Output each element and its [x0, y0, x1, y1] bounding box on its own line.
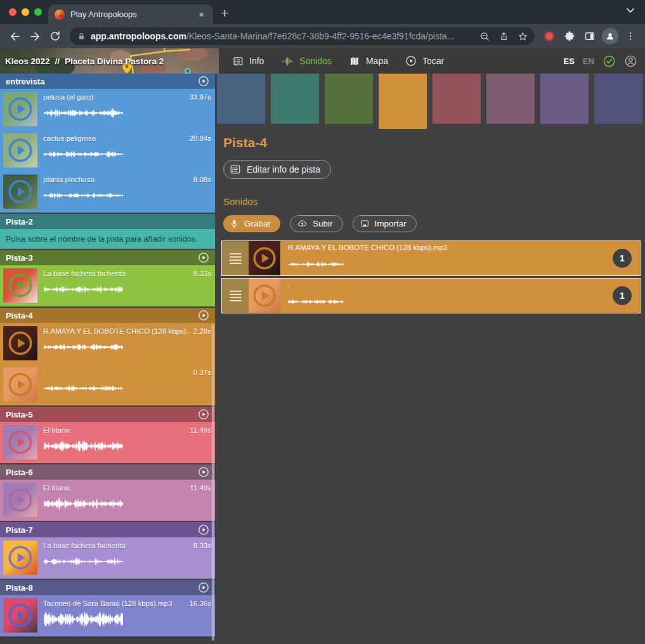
track-header[interactable]: Pista-2 — [0, 214, 215, 229]
sound-waveform[interactable] — [288, 295, 344, 308]
account-icon[interactable] — [624, 55, 637, 68]
track-swatch-7[interactable] — [540, 74, 589, 124]
new-tab-button[interactable]: + — [221, 6, 228, 21]
sound-waveform[interactable] — [44, 145, 123, 164]
import-button[interactable]: Importar — [353, 215, 417, 232]
track-name[interactable]: Pista-2 — [6, 217, 33, 227]
sound-waveform[interactable] — [44, 437, 123, 456]
browser-menu-icon[interactable] — [621, 27, 640, 46]
breadcrumb-place[interactable]: Placeta Divina Pastora 2 — [65, 56, 164, 66]
track-swatch-1[interactable] — [217, 74, 265, 124]
back-icon[interactable] — [5, 27, 24, 46]
sound-thumbnail[interactable] — [3, 598, 37, 633]
drag-handle-icon[interactable] — [222, 241, 249, 275]
track-play-icon[interactable] — [198, 466, 209, 478]
sound-waveform[interactable] — [288, 258, 344, 271]
lang-es-button[interactable]: ES — [564, 56, 575, 66]
sound-waveform[interactable] — [44, 186, 123, 205]
bookmark-star-icon[interactable] — [513, 27, 532, 46]
record-extension-icon[interactable] — [540, 27, 559, 46]
extensions-puzzle-icon[interactable] — [560, 27, 579, 46]
sound-waveform[interactable] — [44, 338, 123, 357]
track-swatch-4[interactable] — [379, 74, 427, 129]
nav-tocar[interactable]: Tocar — [405, 55, 444, 67]
sound-thumbnail[interactable] — [3, 425, 37, 459]
breadcrumb-project[interactable]: Kleos 2022 — [5, 56, 50, 66]
track-header[interactable]: entrevista — [0, 74, 215, 89]
url-bar[interactable]: app.antropoloops.com/Kleos-Santa-Marina/… — [70, 27, 535, 45]
tab-close-icon[interactable]: × — [196, 9, 207, 20]
nav-info[interactable]: Info — [233, 56, 264, 67]
track-play-icon[interactable] — [198, 310, 209, 321]
sound-thumbnail[interactable] — [3, 367, 37, 402]
track-play-icon[interactable] — [198, 582, 209, 593]
track-header[interactable]: Pista-3 — [0, 250, 215, 265]
sidebar-sound-row[interactable]: La base fachera facherita8.33s — [0, 265, 215, 306]
track-name[interactable]: Pista-3 — [6, 253, 33, 263]
profile-avatar[interactable] — [601, 27, 620, 46]
project-breadcrumb[interactable]: Kleos 2022 // Placeta Divina Pastora 2 — [0, 48, 219, 74]
sound-row[interactable]: R.AMAYA Y EL BOBOTE CHICO (128 kbps).mp3… — [221, 240, 641, 276]
sidebar-sound-row[interactable]: R.AMAYA Y EL BOBOTE CHICO (128 kbps)....… — [0, 323, 215, 364]
track-play-icon[interactable] — [198, 252, 209, 263]
sound-waveform[interactable] — [44, 280, 123, 299]
track-play-icon[interactable] — [198, 409, 209, 420]
tab-search-chevron-icon[interactable] — [626, 8, 635, 13]
sound-waveform[interactable] — [44, 610, 123, 629]
drag-handle-icon[interactable] — [222, 279, 249, 313]
side-panel-icon[interactable] — [580, 27, 599, 46]
track-header[interactable]: Pista-7 — [0, 522, 215, 537]
sidebar-sound-row[interactable]: El titanic11.49s — [0, 422, 215, 463]
sound-thumbnail[interactable] — [3, 326, 37, 360]
forward-icon[interactable] — [25, 27, 44, 46]
sound-thumbnail[interactable] — [3, 133, 37, 168]
sound-waveform[interactable] — [44, 552, 123, 571]
track-play-icon[interactable] — [198, 76, 209, 87]
close-window-button[interactable] — [9, 8, 16, 16]
sidebar-sound-row[interactable]: La base fachera facherita8.33s — [0, 537, 215, 579]
track-name[interactable]: Pista-4 — [6, 311, 33, 320]
track-header[interactable]: Pista-4 — [0, 308, 215, 323]
track-swatch-8[interactable] — [594, 74, 642, 124]
sidebar-sound-row[interactable]: planta pinchosa8.08s — [0, 171, 215, 213]
track-swatch-5[interactable] — [433, 74, 481, 124]
sidebar-sound-row[interactable]: Taconeo de Sara Baras (128 kbps).mp316.3… — [0, 595, 215, 636]
track-name[interactable]: Pista-8 — [6, 583, 33, 593]
track-play-icon[interactable] — [198, 524, 209, 536]
upload-button[interactable]: Subir — [290, 215, 343, 232]
track-swatch-2[interactable] — [271, 74, 319, 124]
sidebar-sound-row[interactable]: .0.37s — [0, 364, 215, 405]
sound-thumbnail[interactable] — [3, 268, 37, 303]
track-name[interactable]: Pista-7 — [6, 525, 33, 535]
track-header[interactable]: Pista-5 — [0, 407, 215, 422]
reload-icon[interactable] — [46, 27, 65, 46]
sound-thumbnail[interactable] — [3, 174, 37, 209]
sound-thumbnail[interactable] — [3, 541, 37, 575]
zoom-window-button[interactable] — [34, 8, 42, 16]
minimize-window-button[interactable] — [22, 8, 29, 16]
sound-row[interactable]: . 1 — [221, 278, 641, 313]
sound-thumbnail[interactable] — [249, 279, 280, 313]
browser-tab[interactable]: Play Antropoloops × — [48, 4, 213, 24]
sidebar-sound-row[interactable]: El titanic11.49s — [0, 480, 215, 521]
track-swatch-6[interactable] — [486, 74, 535, 124]
track-name[interactable]: Pista-5 — [6, 410, 33, 419]
macos-window-controls[interactable] — [9, 8, 42, 16]
track-header[interactable]: Pista-6 — [0, 464, 215, 480]
track-name[interactable]: entrevista — [6, 77, 44, 86]
sound-waveform[interactable] — [44, 494, 123, 513]
share-icon[interactable] — [494, 27, 513, 46]
nav-mapa[interactable]: Mapa — [349, 56, 388, 67]
sound-waveform[interactable] — [44, 379, 123, 398]
sidebar-sound-row[interactable]: pelusa (el gato)33.97s — [0, 89, 215, 130]
track-swatch-3[interactable] — [325, 74, 373, 124]
sound-thumbnail[interactable] — [3, 92, 37, 126]
zoom-out-icon[interactable] — [475, 27, 494, 46]
sound-thumbnail[interactable] — [3, 483, 37, 517]
sidebar-scrollbar[interactable] — [212, 324, 214, 641]
sound-waveform[interactable] — [44, 103, 123, 122]
nav-sonidos[interactable]: Sonidos — [281, 56, 332, 67]
sidebar-sound-row[interactable]: cactus peligroso20.84s — [0, 130, 215, 171]
sound-thumbnail[interactable] — [249, 241, 280, 275]
edit-track-info-button[interactable]: Editar info de pista — [223, 160, 331, 179]
